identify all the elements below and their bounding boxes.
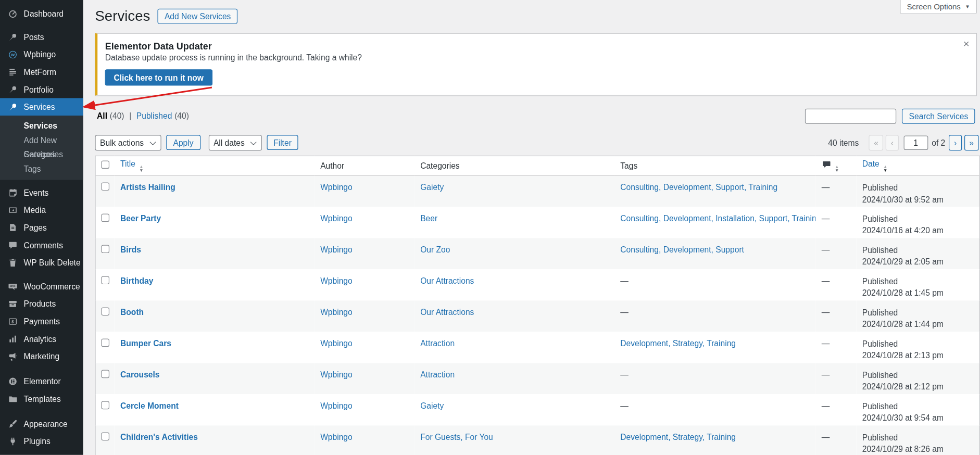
sort-by-comments-link[interactable]: ▲▼ [822,159,839,168]
search-input[interactable] [805,109,896,124]
pages-icon [7,222,18,233]
author-link[interactable]: Wpbingo [320,213,353,223]
row-checkbox[interactable] [101,401,109,409]
categories-link[interactable]: Gaiety [420,401,444,410]
author-link[interactable]: Wpbingo [320,182,353,192]
add-new-services-button[interactable]: Add New Services [158,9,238,24]
apply-button[interactable]: Apply [166,135,200,150]
service-title-link[interactable]: Carousels [120,370,159,379]
table-row: Artists Hailing Wpbingo Gaiety Consultin… [95,175,979,207]
main-content: Screen Options ▼ Services Add New Servic… [83,0,980,455]
filter-published-link[interactable]: Published(40) [136,111,189,121]
sidebar-item-payments[interactable]: $Payments [0,312,83,330]
sidebar-item-services[interactable]: Services [0,98,83,116]
tags-link[interactable]: Consulting, Development, Installation, S… [620,213,815,223]
dismiss-notice-button[interactable]: × [962,37,971,50]
categories-link[interactable]: Beer [420,213,437,223]
service-title-link[interactable]: Artists Hailing [120,182,175,192]
sidebar-item-appearance[interactable]: Appearance [0,415,83,433]
sidebar-item-analytics[interactable]: Analytics [0,330,83,348]
author-link[interactable]: Wpbingo [320,307,353,317]
row-checkbox[interactable] [101,370,109,378]
categories-link[interactable]: For Guests, For You [420,432,493,441]
sidebar-item-metform[interactable]: MetForm [0,63,83,81]
submenu-item-tags[interactable]: Tags [0,162,83,176]
row-checkbox[interactable] [101,245,109,253]
select-all-checkbox[interactable] [101,160,109,169]
row-checkbox[interactable] [101,338,109,347]
sidebar-item-elementor[interactable]: Elementor [0,372,83,390]
megaphone-icon [7,351,18,361]
submenu-item-services[interactable]: Services [0,119,83,133]
products-box-icon [7,298,18,309]
tags-link[interactable]: Consulting, Development, Support, Traini… [620,182,777,192]
tags-link[interactable]: Consulting, Development, Support [620,245,744,254]
next-page-button[interactable]: › [949,135,961,150]
sidebar-item-events[interactable]: Events [0,184,83,201]
categories-link[interactable]: Our Zoo [420,245,450,254]
service-title-link[interactable]: Birthday [120,276,153,285]
service-title-link[interactable]: Booth [120,307,144,317]
sidebar-item-pages[interactable]: Pages [0,219,83,236]
row-checkbox[interactable] [101,182,109,191]
tags-link: — [620,307,629,317]
sort-by-title-link[interactable]: Title▲▼ [120,159,143,168]
service-title-link[interactable]: Children's Activities [120,432,198,441]
author-link[interactable]: Wpbingo [320,276,353,285]
search-services-button[interactable]: Search Services [902,109,975,124]
row-checkbox[interactable] [101,307,109,315]
categories-link[interactable]: Attraction [420,338,455,348]
sidebar-item-wp-bulk-delete[interactable]: WP Bulk Delete [0,254,83,271]
row-checkbox[interactable] [101,213,109,222]
service-title-link[interactable]: Birds [120,245,141,254]
sidebar-item-products[interactable]: Products [0,295,83,313]
tags-link[interactable]: Development, Strategy, Training [620,338,736,348]
sidebar-item-posts[interactable]: Posts [0,28,83,46]
author-link[interactable]: Wpbingo [320,370,353,379]
sidebar-item-woocommerce[interactable]: WooWooCommerce [0,277,83,295]
sidebar-item-media[interactable]: Media [0,201,83,219]
pushpin-icon [7,102,18,112]
categories-link[interactable]: Our Attractions [420,276,474,285]
items-count: 40 items [828,138,859,147]
pagination: 40 items « ‹ of 2 › » [828,135,978,150]
row-checkbox[interactable] [101,432,109,440]
screen-options-button[interactable]: Screen Options ▼ [900,0,977,14]
categories-link[interactable]: Attraction [420,370,455,379]
date-column-header: Date [862,159,880,168]
submenu-item-categories[interactable]: Categories [0,147,83,162]
row-checkbox[interactable] [101,276,109,284]
current-page-input[interactable] [903,135,928,150]
sidebar-item-marketing[interactable]: Marketing [0,347,83,365]
author-link[interactable]: Wpbingo [320,245,353,254]
run-updater-button[interactable]: Click here to run it now [105,69,212,85]
dashboard-icon [7,8,18,19]
author-link[interactable]: Wpbingo [320,401,353,410]
author-link[interactable]: Wpbingo [320,338,353,348]
categories-link[interactable]: Gaiety [420,182,444,192]
service-title-link[interactable]: Beer Party [120,213,161,223]
date-filter-select[interactable]: All dates [208,135,261,150]
filter-button[interactable]: Filter [267,135,298,150]
first-page-button: « [869,135,884,150]
categories-link[interactable]: Our Attractions [420,307,474,317]
sidebar-item-comments[interactable]: Comments [0,236,83,254]
sidebar-item-portfolio[interactable]: Portfolio [0,81,83,98]
search-box: Search Services [805,109,975,124]
author-link[interactable]: Wpbingo [320,432,353,441]
sidebar-item-plugins[interactable]: Plugins [0,433,83,450]
sort-arrows-icon: ▲▼ [139,165,143,172]
bulk-actions-select[interactable]: Bulk actions [95,135,161,150]
sidebar-item-wpbingo[interactable]: WWpbingo [0,46,83,64]
sidebar-item-templates[interactable]: Templates [0,390,83,408]
tags-link[interactable]: Development, Strategy, Training [620,432,736,441]
last-page-button[interactable]: » [964,135,979,150]
submenu-item-add-new-services[interactable]: Add New Services [0,133,83,148]
service-title-link[interactable]: Bumper Cars [120,338,171,348]
trash-icon [7,257,18,268]
filter-all-link[interactable]: All(40) [97,111,124,121]
sort-by-date-link[interactable]: Date▲▼ [862,159,887,168]
publish-date: 2024/10/28 at 1:45 pm [862,288,973,300]
sidebar-item-dashboard[interactable]: Dashboard [0,5,83,23]
service-title-link[interactable]: Cercle Moment [120,401,179,410]
